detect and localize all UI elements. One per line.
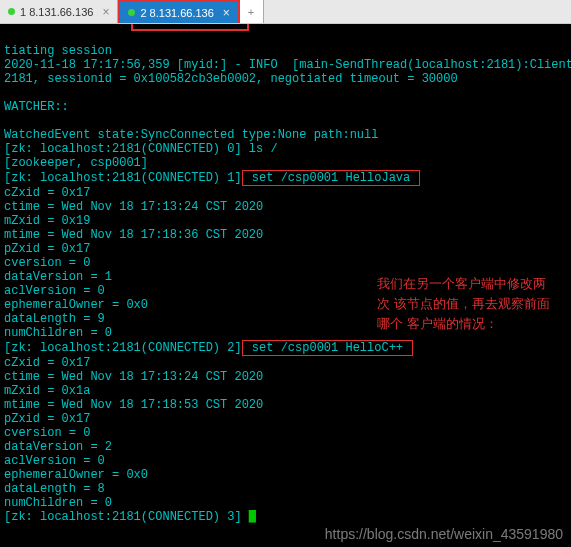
terminal-line: dataVersion = 2 — [4, 440, 112, 454]
watermark: https://blog.csdn.net/weixin_43591980 — [325, 527, 563, 541]
status-dot-icon — [128, 9, 135, 16]
terminal-line: tiating session — [4, 44, 112, 58]
terminal-line: [zk: localhost:2181(CONNECTED) 0] ls / — [4, 142, 278, 156]
highlighted-command: set /csp0001 HelloC++ — [242, 340, 414, 356]
terminal-line: 2181, sessionid = 0x100582cb3eb0002, neg… — [4, 72, 458, 86]
terminal-line: aclVersion = 0 — [4, 454, 105, 468]
annotation-text: 我们在另一个客户端中修改两次 该节点的值，再去观察前面哪个 客户端的情况： — [377, 274, 557, 334]
close-icon[interactable]: × — [102, 5, 109, 19]
terminal-line: WATCHER:: — [4, 100, 69, 114]
terminal-line: mtime = Wed Nov 18 17:18:36 CST 2020 — [4, 228, 263, 242]
terminal-line: numChildren = 0 — [4, 326, 112, 340]
tab-1[interactable]: 1 8.131.66.136 × — [0, 0, 118, 23]
terminal-line: mZxid = 0x19 — [4, 214, 90, 228]
terminal-line: dataVersion = 1 — [4, 270, 112, 284]
highlight-box — [131, 24, 249, 31]
terminal-line: dataLength = 9 — [4, 312, 105, 326]
terminal-prompt: [zk: localhost:2181(CONNECTED) 2] — [4, 341, 242, 355]
plus-icon: + — [248, 6, 254, 18]
terminal-line: 2020-11-18 17:17:56,359 [myid:] - INFO [… — [4, 58, 571, 72]
terminal[interactable]: tiating session 2020-11-18 17:17:56,359 … — [0, 24, 571, 547]
terminal-line: dataLength = 8 — [4, 482, 105, 496]
terminal-line: pZxid = 0x17 — [4, 412, 90, 426]
terminal-line: mtime = Wed Nov 18 17:18:53 CST 2020 — [4, 398, 263, 412]
terminal-line: [zookeeper, csp0001] — [4, 156, 148, 170]
terminal-line: ctime = Wed Nov 18 17:13:24 CST 2020 — [4, 200, 263, 214]
terminal-prompt: [zk: localhost:2181(CONNECTED) 3] — [4, 510, 249, 524]
tab-label: 2 8.131.66.136 — [140, 7, 213, 19]
close-icon[interactable]: × — [223, 6, 230, 20]
terminal-line: cZxid = 0x17 — [4, 186, 90, 200]
tab-2[interactable]: 2 8.131.66.136 × — [118, 0, 239, 23]
terminal-line: aclVersion = 0 — [4, 284, 105, 298]
terminal-line: cZxid = 0x17 — [4, 356, 90, 370]
terminal-line: pZxid = 0x17 — [4, 242, 90, 256]
new-tab-button[interactable]: + — [240, 0, 264, 23]
terminal-line: ephemeralOwner = 0x0 — [4, 468, 148, 482]
tab-label: 1 8.131.66.136 — [20, 6, 93, 18]
tab-bar: 1 8.131.66.136 × 2 8.131.66.136 × + — [0, 0, 571, 24]
status-dot-icon — [8, 8, 15, 15]
terminal-line: WatchedEvent state:SyncConnected type:No… — [4, 128, 378, 142]
terminal-line: ephemeralOwner = 0x0 — [4, 298, 148, 312]
terminal-prompt: [zk: localhost:2181(CONNECTED) 1] — [4, 171, 242, 185]
terminal-line: numChildren = 0 — [4, 496, 112, 510]
highlighted-command: set /csp0001 HelloJava — [242, 170, 421, 186]
cursor-icon: █ — [249, 510, 256, 524]
terminal-line: cversion = 0 — [4, 426, 90, 440]
annotation-line: 客户端的情况： — [407, 316, 498, 331]
terminal-line: mZxid = 0x1a — [4, 384, 90, 398]
terminal-line: ctime = Wed Nov 18 17:13:24 CST 2020 — [4, 370, 263, 384]
terminal-line: cversion = 0 — [4, 256, 90, 270]
